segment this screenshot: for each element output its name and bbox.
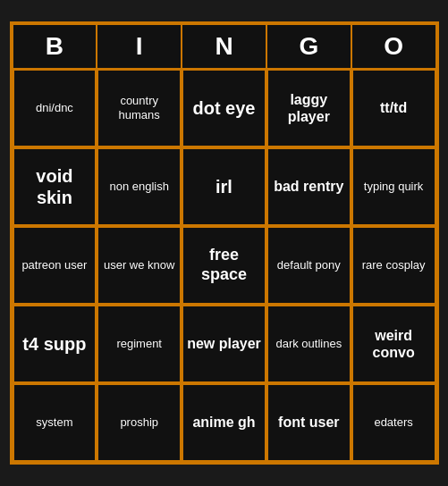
bingo-cell: dni/dnc xyxy=(13,69,97,147)
bingo-grid: dni/dnccountry humansdot eyelaggy player… xyxy=(13,69,436,462)
bingo-cell: bad rentry xyxy=(266,147,351,226)
bingo-cell: void skin xyxy=(13,147,97,226)
bingo-cell: typing quirk xyxy=(351,147,436,226)
bingo-cell: new player xyxy=(182,305,266,383)
bingo-cell: system xyxy=(13,383,97,462)
header-letter: N xyxy=(182,24,266,69)
bingo-cell: default pony xyxy=(266,226,351,305)
bingo-cell: tt/td xyxy=(351,69,436,147)
bingo-cell: patreon user xyxy=(13,226,97,305)
bingo-card: BINGO dni/dnccountry humansdot eyelaggy … xyxy=(10,21,439,465)
bingo-cell: irl xyxy=(182,147,266,226)
bingo-cell: t4 supp xyxy=(13,305,97,383)
bingo-cell: dark outlines xyxy=(266,305,351,383)
header-letter: O xyxy=(351,24,436,69)
bingo-cell: user we know xyxy=(97,226,182,305)
bingo-cell: regiment xyxy=(97,305,182,383)
header-letter: B xyxy=(13,24,97,69)
bingo-cell: font user xyxy=(266,383,351,462)
bingo-header: BINGO xyxy=(13,24,436,69)
bingo-cell: non english xyxy=(97,147,182,226)
bingo-cell: free space xyxy=(182,226,266,305)
bingo-cell: proship xyxy=(97,383,182,462)
header-letter: G xyxy=(266,24,351,69)
bingo-cell: dot eye xyxy=(182,69,266,147)
bingo-cell: country humans xyxy=(97,69,182,147)
bingo-cell: anime gh xyxy=(182,383,266,462)
bingo-cell: weird convo xyxy=(351,305,436,383)
bingo-cell: rare cosplay xyxy=(351,226,436,305)
bingo-cell: laggy player xyxy=(266,69,351,147)
bingo-cell: edaters xyxy=(351,383,436,462)
header-letter: I xyxy=(97,24,182,69)
